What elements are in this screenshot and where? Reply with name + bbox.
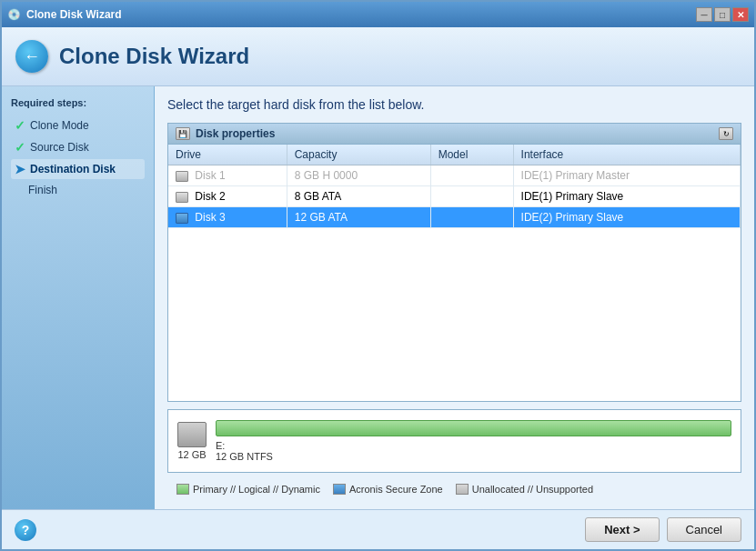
interface-cell: IDE(2) Primary Slave <box>513 207 740 228</box>
maximize-button[interactable]: □ <box>714 7 731 22</box>
model-cell <box>430 207 513 228</box>
sidebar-item-source-disk[interactable]: ✓ Source Disk <box>11 137 145 157</box>
sidebar-item-destination-disk[interactable]: ➤ Destination Disk <box>11 159 145 179</box>
col-capacity: Capacity <box>287 145 430 165</box>
window-title: Clone Disk Wizard <box>26 8 122 21</box>
disk-list-table: Drive Capacity Model Interface Disk 1 <box>168 145 741 228</box>
disk-thumb-icon <box>176 192 188 203</box>
check-icon-clone-mode: ✓ <box>15 118 25 133</box>
table-row[interactable]: Disk 2 8 GB ATA IDE(1) Primary Slave <box>168 186 741 207</box>
disk-properties-icon: 💾 <box>176 127 190 140</box>
legend-label-acronis: Acronis Secure Zone <box>349 484 443 495</box>
col-model: Model <box>430 145 513 165</box>
legend-item-primary: Primary // Logical // Dynamic <box>176 484 320 495</box>
drive-cell: Disk 1 <box>168 165 287 186</box>
partition-detail: 12 GB NTFS <box>216 451 273 462</box>
interface-cell: IDE(1) Primary Slave <box>513 186 740 207</box>
minimize-button[interactable]: ─ <box>696 7 712 22</box>
disk-thumb-icon <box>176 171 188 182</box>
drive-label: Disk 3 <box>195 211 225 224</box>
sidebar-label-clone-mode: Clone Mode <box>30 119 89 132</box>
drive-label: Disk 1 <box>195 169 225 182</box>
col-drive: Drive <box>168 145 287 165</box>
main-window: 💿 Clone Disk Wizard ─ □ ✕ ← Clone Disk W… <box>0 0 756 551</box>
sidebar-item-clone-mode[interactable]: ✓ Clone Mode <box>11 115 145 135</box>
disk-table: Drive Capacity Model Interface Disk 1 <box>168 145 741 401</box>
partition-label: E: 12 GB NTFS <box>216 440 731 462</box>
col-interface: Interface <box>513 145 740 165</box>
table-row[interactable]: Disk 1 8 GB H 0000 IDE(1) Primary Master <box>168 165 741 186</box>
content-panel: Select the target hard disk from the lis… <box>155 86 754 509</box>
legend-item-acronis: Acronis Secure Zone <box>333 484 443 495</box>
legend-label-primary: Primary // Logical // Dynamic <box>193 484 320 495</box>
disk-properties-title: 💾 Disk properties <box>176 127 275 140</box>
header-title: Clone Disk Wizard <box>59 44 249 69</box>
instruction-text: Select the target hard disk from the lis… <box>167 97 741 112</box>
sidebar-label-source-disk: Source Disk <box>30 141 89 154</box>
legend-color-blue <box>333 484 346 495</box>
capacity-cell: 8 GB H 0000 <box>287 165 430 186</box>
title-bar-left: 💿 Clone Disk Wizard <box>7 8 122 21</box>
title-bar: 💿 Clone Disk Wizard ─ □ ✕ <box>2 2 754 27</box>
back-button[interactable]: ← <box>15 40 48 73</box>
sidebar-label-destination-disk: Destination Disk <box>30 163 116 175</box>
sidebar: Required steps: ✓ Clone Mode ✓ Source Di… <box>2 86 155 509</box>
cancel-button[interactable]: Cancel <box>667 517 741 542</box>
header-area: ← Clone Disk Wizard <box>2 27 754 86</box>
model-cell <box>430 186 513 207</box>
main-content: Required steps: ✓ Clone Mode ✓ Source Di… <box>2 86 754 509</box>
bottom-disk-panel: 12 GB E: 12 GB NTFS <box>167 409 741 473</box>
title-bar-buttons: ─ □ ✕ <box>696 7 749 22</box>
disk-thumb-icon <box>176 213 188 224</box>
drive-cell: Disk 2 <box>168 186 287 207</box>
close-button[interactable]: ✕ <box>732 7 749 22</box>
legend-bar: Primary // Logical // Dynamic Acronis Se… <box>167 480 741 498</box>
capacity-cell: 12 GB ATA <box>287 207 430 228</box>
legend-color-green <box>176 484 189 495</box>
sidebar-label-finish: Finish <box>28 184 57 196</box>
sidebar-item-finish[interactable]: Finish <box>11 181 145 199</box>
table-row[interactable]: Disk 3 12 GB ATA IDE(2) Primary Slave <box>168 207 741 228</box>
interface-cell: IDE(1) Primary Master <box>513 165 740 186</box>
legend-item-unallocated: Unallocated // Unsupported <box>456 484 593 495</box>
partition-drive-label: E: <box>216 440 225 451</box>
disk-large-icon <box>177 422 207 447</box>
disk-properties-header: 💾 Disk properties ↻ <box>168 124 741 145</box>
drive-cell: Disk 3 <box>168 207 287 228</box>
disk-properties-label: Disk properties <box>196 127 275 140</box>
help-button[interactable]: ? <box>15 519 36 541</box>
disk-size-group: 12 GB <box>177 422 207 460</box>
legend-color-gray <box>456 484 469 495</box>
check-icon-source-disk: ✓ <box>15 140 25 155</box>
spacer-finish <box>15 184 24 196</box>
footer-left: ? <box>15 519 578 541</box>
footer-buttons: ? Next > Cancel <box>2 509 754 549</box>
disk-properties-refresh-icon[interactable]: ↻ <box>719 127 733 140</box>
capacity-cell: 8 GB ATA <box>287 186 430 207</box>
partition-info: E: 12 GB NTFS <box>216 420 731 462</box>
disk-properties-box: 💾 Disk properties ↻ Drive Capacity Model… <box>167 123 741 402</box>
sidebar-section-label: Required steps: <box>11 97 145 108</box>
window-title-icon: 💿 <box>7 8 21 21</box>
arrow-icon-destination: ➤ <box>15 162 25 176</box>
next-button[interactable]: Next > <box>585 517 659 542</box>
model-cell <box>430 165 513 186</box>
partition-bar <box>216 420 731 436</box>
legend-label-unallocated: Unallocated // Unsupported <box>472 484 593 495</box>
disk-size-label: 12 GB <box>177 449 206 460</box>
drive-label: Disk 2 <box>195 190 225 203</box>
